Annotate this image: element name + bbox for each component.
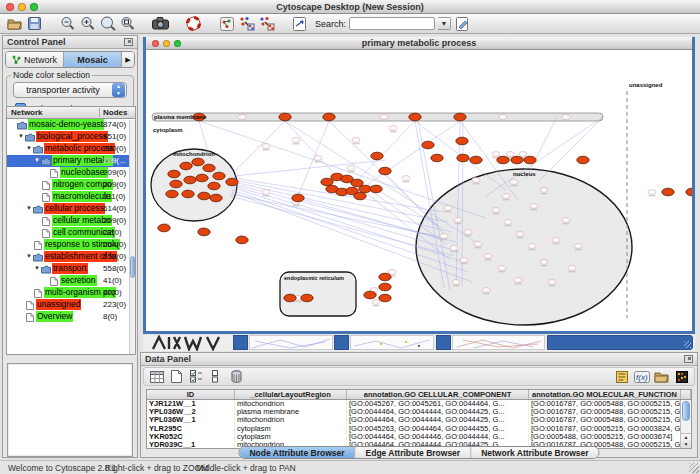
node[interactable] — [502, 194, 510, 199]
node[interactable] — [440, 234, 448, 239]
expand-arrow-icon[interactable]: ▼ — [34, 157, 40, 163]
window-titlebar[interactable]: Cytoscape Desktop (New Session) — [0, 0, 700, 14]
unselect-attributes-icon[interactable] — [208, 368, 225, 385]
node[interactable] — [402, 176, 410, 181]
node[interactable] — [347, 166, 355, 171]
table-header-cell[interactable]: _cellularLayoutRegion — [235, 390, 347, 399]
delete-attribute-icon[interactable] — [228, 368, 245, 385]
matrix-icon[interactable] — [673, 368, 690, 385]
expand-arrow-icon[interactable]: ▼ — [34, 265, 40, 271]
node[interactable] — [530, 204, 538, 209]
node[interactable] — [292, 138, 300, 143]
node-selected-color[interactable] — [409, 113, 421, 121]
open-session-icon[interactable] — [6, 15, 23, 32]
node[interactable] — [548, 280, 556, 285]
node[interactable] — [314, 156, 322, 161]
node-selected-color[interactable] — [456, 137, 468, 145]
tabs-overflow-arrow[interactable]: ▶ — [122, 52, 134, 67]
table-scrollbar[interactable]: ▲▼ — [680, 400, 691, 448]
window-resize-grip[interactable] — [689, 463, 699, 473]
node-selected-color[interactable] — [511, 156, 523, 164]
node[interactable] — [452, 280, 460, 285]
node[interactable] — [444, 206, 452, 211]
table-row[interactable]: YJR121W__1mitochondrion[GO:0045267, GO:0… — [147, 400, 691, 408]
node[interactable] — [492, 208, 500, 213]
tab-mosaic[interactable]: Mosaic — [64, 52, 122, 67]
node[interactable] — [262, 190, 270, 195]
tree-row[interactable]: ▼metabolic process280(0) — [7, 143, 135, 155]
zoom-out-icon[interactable] — [59, 15, 76, 32]
node-selected-color[interactable] — [371, 152, 383, 160]
node-selected-color[interactable] — [470, 156, 482, 164]
expand-arrow-icon[interactable]: ▼ — [26, 205, 32, 211]
node-selected-color[interactable] — [198, 192, 210, 200]
expand-arrow-icon[interactable]: ▼ — [26, 253, 32, 259]
node[interactable] — [528, 244, 536, 249]
node[interactable] — [648, 190, 656, 195]
scrollbar-buttons[interactable]: ▲▼ — [681, 433, 691, 448]
tree-row[interactable]: nucleobase-209(0) — [7, 167, 135, 179]
tab-network-attribute-browser[interactable]: Network Attribute Browser — [471, 447, 598, 458]
node-selected-color[interactable] — [457, 154, 469, 162]
node[interactable] — [562, 115, 570, 120]
node-selected-color[interactable] — [158, 224, 170, 232]
node-selected-color[interactable] — [213, 172, 225, 180]
minimized-window-titlebar[interactable] — [547, 335, 693, 350]
node-selected-color[interactable] — [577, 156, 589, 164]
tab-network[interactable]: Network — [6, 52, 64, 67]
node-selected-color[interactable] — [203, 164, 215, 172]
node-selected-color[interactable] — [431, 154, 443, 162]
node-selected-color[interactable] — [208, 182, 220, 190]
node-selected-color[interactable] — [422, 141, 434, 149]
birdseye-view[interactable] — [7, 363, 133, 457]
node[interactable] — [498, 266, 506, 271]
tree-row[interactable]: ▼establishment of lo558(0) — [7, 251, 135, 263]
expand-arrow-icon[interactable]: ▼ — [18, 133, 24, 139]
network-canvas[interactable]: plasma membranecytoplasmmitochondrionnuc… — [146, 50, 692, 331]
table-row[interactable]: YLR295Ccytoplasm[GO:0045263, GO:0044464,… — [147, 425, 691, 433]
node[interactable] — [568, 266, 576, 271]
table-header-cell[interactable]: annotation.GO CELLULAR_COMPONENT — [347, 390, 529, 399]
formula-icon[interactable]: f(x) — [633, 368, 650, 385]
tab-node-attribute-browser[interactable]: Node Attribute Browser — [239, 447, 355, 458]
node[interactable] — [540, 188, 548, 193]
layout-nodes-icon[interactable] — [238, 15, 255, 32]
node-selected-color[interactable] — [379, 167, 391, 175]
node-selected-color[interactable] — [379, 294, 391, 302]
tree-row[interactable]: ▼cellular process614(0) — [7, 203, 135, 215]
node-selected-color[interactable] — [236, 236, 248, 244]
node[interactable] — [492, 152, 500, 157]
tree-scrollbar[interactable] — [129, 120, 135, 354]
node-selected-color[interactable] — [198, 228, 210, 236]
node[interactable] — [510, 180, 518, 185]
attribute-table-icon[interactable] — [148, 368, 165, 385]
node-selected-color[interactable] — [166, 190, 178, 198]
select-attributes-icon[interactable] — [188, 368, 205, 385]
report-icon[interactable] — [613, 368, 630, 385]
node[interactable] — [464, 230, 472, 235]
node-selected-color[interactable] — [196, 174, 208, 182]
search-config-icon[interactable] — [454, 15, 471, 32]
tree-row[interactable]: unassigned223(0) — [7, 299, 135, 311]
tree-row[interactable]: secretion41(0) — [7, 275, 135, 287]
node-selected-color[interactable] — [359, 185, 371, 193]
node[interactable] — [389, 126, 397, 131]
tab-edge-attribute-browser[interactable]: Edge Attribute Browser — [356, 447, 472, 458]
node-selected-color[interactable] — [370, 185, 382, 193]
table-row[interactable]: YKR052Ccytoplasm[GO:0044464, GO:0044446,… — [147, 433, 691, 441]
tree-row[interactable]: multi-organism pro42(0) — [7, 287, 135, 299]
node-selected-color[interactable] — [301, 294, 313, 302]
node-selected-color[interactable] — [497, 156, 509, 164]
node[interactable] — [380, 115, 388, 120]
tree-row[interactable]: ▼primary metabo209(... — [7, 155, 135, 167]
node[interactable] — [454, 218, 462, 223]
node-selected-color[interactable] — [321, 178, 333, 186]
node-selected-color[interactable] — [184, 176, 196, 184]
region-nucleus[interactable] — [416, 169, 632, 325]
snapshot-camera-icon[interactable] — [152, 15, 169, 32]
node[interactable] — [472, 178, 480, 183]
node-selected-color[interactable] — [292, 194, 304, 202]
float-panel-icon[interactable] — [124, 38, 133, 46]
node-selected-color[interactable] — [354, 192, 366, 200]
node-selected-color[interactable] — [323, 113, 335, 121]
